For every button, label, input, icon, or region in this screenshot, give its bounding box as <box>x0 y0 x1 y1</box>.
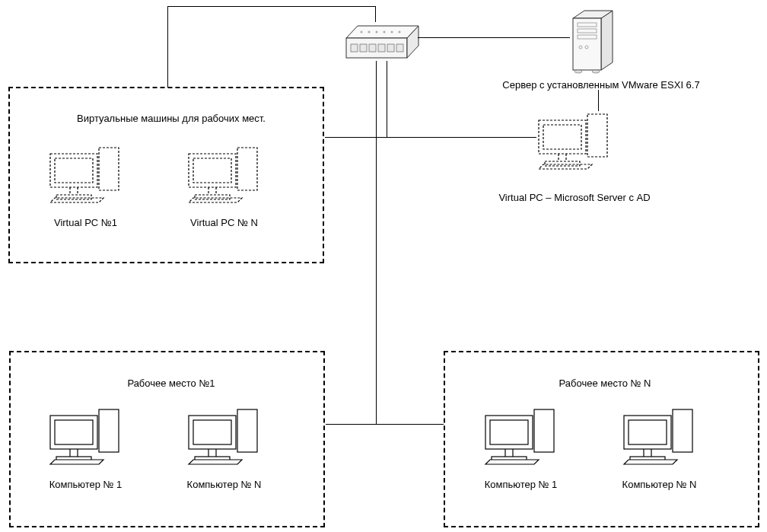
svg-rect-61 <box>673 409 692 452</box>
conn-switch-server <box>418 37 570 38</box>
svg-rect-42 <box>545 161 580 166</box>
wsN-pcN-label: Компьютер № N <box>619 479 699 490</box>
wsN-pc1-label: Компьютер № 1 <box>481 479 561 490</box>
vm-pcN: Virtual PC № N <box>184 142 264 228</box>
conn-vm-across2 <box>326 137 387 138</box>
svg-rect-27 <box>55 158 93 183</box>
svg-marker-0 <box>346 26 419 38</box>
svg-rect-3 <box>351 44 358 52</box>
svg-rect-49 <box>237 409 257 452</box>
svg-rect-8 <box>396 44 403 52</box>
wsN-box-title: Рабочее место № N <box>548 377 662 389</box>
svg-rect-33 <box>193 158 231 183</box>
svg-point-23 <box>574 70 582 73</box>
conn-switch-top-up-l <box>375 6 376 22</box>
svg-rect-55 <box>534 409 554 452</box>
ws1-box-title: Рабочее место №1 <box>114 377 228 389</box>
vm-pcN-label: Virtual PC № N <box>184 217 264 228</box>
svg-rect-26 <box>50 154 97 187</box>
svg-rect-37 <box>587 114 607 157</box>
svg-rect-30 <box>56 195 91 199</box>
conn-switch-vs-down <box>387 61 387 137</box>
svg-rect-4 <box>360 44 367 52</box>
svg-rect-31 <box>237 148 257 190</box>
server-icon <box>567 9 624 80</box>
wsN-pc1: Компьютер № 1 <box>481 403 561 490</box>
svg-rect-6 <box>378 44 385 52</box>
svg-rect-32 <box>189 154 236 187</box>
vm-pc1-label: Virtual PC №1 <box>46 217 126 228</box>
conn-trunk <box>376 61 377 424</box>
wsN-pcN: Компьютер № N <box>619 403 699 490</box>
vm-box-title: Виртуальные машины для рабочих мест. <box>72 113 270 124</box>
svg-rect-25 <box>99 148 119 190</box>
virtual-server-label: Virtual PC – Microsoft Server с AD <box>476 192 673 203</box>
svg-point-13 <box>391 31 393 33</box>
svg-rect-36 <box>195 195 230 199</box>
switch-icon <box>339 21 422 65</box>
svg-rect-38 <box>539 120 586 154</box>
server-label: Сервер с установленным VMware ESXI 6.7 <box>487 79 715 91</box>
vm-pc1: Virtual PC №1 <box>46 142 126 228</box>
svg-rect-7 <box>387 44 394 52</box>
svg-point-11 <box>376 31 378 33</box>
svg-point-10 <box>368 31 371 33</box>
conn-trunk-ws1 <box>326 424 377 425</box>
svg-point-14 <box>399 31 401 33</box>
svg-point-9 <box>361 31 363 33</box>
ws1-pcN-label: Компьютер № N <box>184 479 264 490</box>
svg-marker-15 <box>601 11 613 70</box>
ws1-pc1-label: Компьютер № 1 <box>46 479 126 490</box>
svg-rect-43 <box>99 409 119 452</box>
svg-rect-17 <box>573 18 601 70</box>
svg-point-24 <box>592 70 600 73</box>
conn-switch-top-down <box>167 6 168 88</box>
svg-rect-39 <box>543 125 581 149</box>
ws1-pc1: Компьютер № 1 <box>46 403 126 490</box>
svg-rect-5 <box>369 44 376 52</box>
conn-trunk-wsN <box>376 424 444 425</box>
virtual-server-pc <box>534 108 614 179</box>
svg-point-12 <box>384 31 386 33</box>
conn-server-vs <box>598 90 599 111</box>
ws1-pcN: Компьютер № N <box>184 403 264 490</box>
conn-switch-top-across <box>167 6 376 7</box>
